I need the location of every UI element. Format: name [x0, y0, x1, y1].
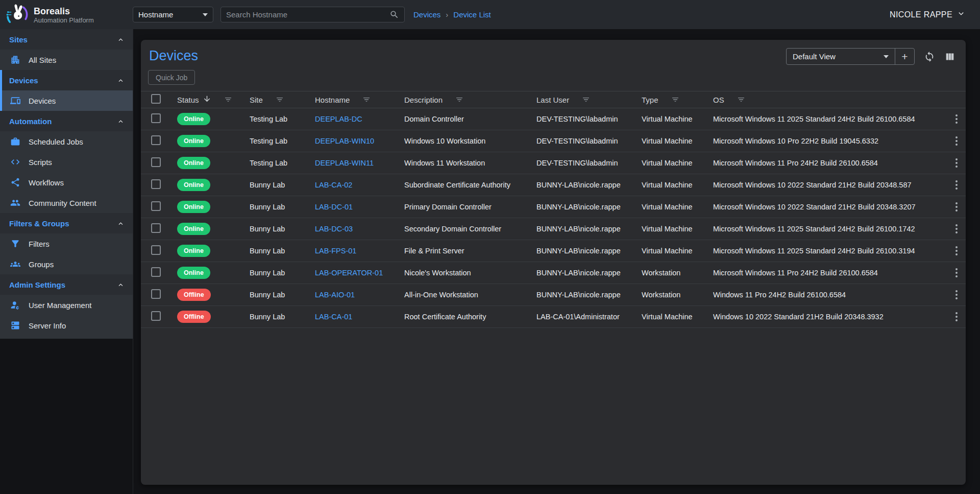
site-cell: Bunny Lab [250, 269, 315, 277]
breadcrumb-device-list[interactable]: Device List [453, 10, 491, 19]
columns-icon[interactable] [944, 51, 955, 62]
table-row-lab-operator-01[interactable]: OnlineBunny LabLAB-OPERATOR-01Nicole's W… [141, 262, 966, 284]
sort-desc-icon[interactable] [203, 95, 211, 105]
description-cell: File & Print Server [404, 247, 536, 255]
table-row-lab-fps-01[interactable]: OnlineBunny LabLAB-FPS-01File & Print Se… [141, 240, 966, 262]
table-row-deeplab-win10[interactable]: OnlineTesting LabDEEPLAB-WIN10Windows 10… [141, 130, 966, 152]
filter-icon[interactable] [671, 96, 679, 104]
hostname-link[interactable]: LAB-CA-01 [315, 313, 352, 321]
os-cell: Microsoft Windows 11 2025 Standard 24H2 … [713, 247, 947, 255]
sidebar-item-devices[interactable]: Devices [0, 90, 133, 111]
row-checkbox[interactable] [151, 135, 161, 145]
row-menu-kebab-icon[interactable] [952, 266, 961, 280]
filter-icon[interactable] [224, 96, 232, 104]
sidebar-item-scripts[interactable]: Scripts [0, 152, 133, 172]
hostname-link[interactable]: LAB-OPERATOR-01 [315, 269, 383, 277]
type-cell: Virtual Machine [642, 203, 713, 211]
table-row-lab-aio-01[interactable]: OfflineBunny LabLAB-AIO-01All-in-One Wor… [141, 284, 966, 306]
view-selector[interactable]: Default View [787, 52, 895, 61]
description-cell: Secondary Domain Controller [404, 225, 536, 233]
row-menu-kebab-icon[interactable] [952, 112, 961, 126]
column-header-os[interactable]: OS [713, 96, 947, 104]
quick-job-button[interactable]: Quick Job [148, 70, 195, 85]
user-menu[interactable]: NICOLE RAPPE [890, 0, 966, 29]
table-row-deeplab-win11[interactable]: OnlineTesting LabDEEPLAB-WIN11Windows 11… [141, 152, 966, 174]
sidebar-item-server-info[interactable]: Server Info [0, 315, 133, 336]
code-icon [10, 156, 21, 168]
row-menu-kebab-icon[interactable] [952, 310, 961, 324]
row-menu-kebab-icon[interactable] [952, 244, 961, 258]
breadcrumb-devices[interactable]: Devices [413, 10, 440, 19]
search-icon[interactable] [389, 10, 399, 19]
sidebar-item-scheduled-jobs[interactable]: Scheduled Jobs [0, 131, 133, 152]
hostname-link[interactable]: LAB-DC-03 [315, 225, 353, 233]
last-user-cell: BUNNY-LAB\nicole.rappe [536, 203, 642, 211]
row-checkbox[interactable] [151, 179, 161, 189]
people-icon [10, 197, 21, 208]
filter-icon[interactable] [362, 96, 371, 104]
sidebar-section-admin-settings[interactable]: Admin Settings [0, 274, 133, 295]
search-field-selector[interactable]: Hostname [133, 7, 213, 22]
table-row-lab-dc-01[interactable]: OnlineBunny LabLAB-DC-01Primary Domain C… [141, 196, 966, 218]
refresh-icon[interactable] [924, 51, 935, 62]
row-checkbox[interactable] [151, 157, 161, 167]
hostname-link[interactable]: DEEPLAB-WIN10 [315, 137, 374, 145]
hostname-link[interactable]: DEEPLAB-DC [315, 115, 362, 123]
sidebar-item-workflows[interactable]: Workflows [0, 172, 133, 193]
filter-icon[interactable] [455, 96, 463, 104]
table-row-deeplab-dc[interactable]: OnlineTesting LabDEEPLAB-DCDomain Contro… [141, 108, 966, 130]
sidebar-section-sites[interactable]: Sites [0, 29, 133, 50]
column-label: Hostname [315, 96, 350, 104]
row-menu-kebab-icon[interactable] [952, 200, 961, 214]
add-view-button[interactable]: + [895, 49, 914, 64]
column-header-description[interactable]: Description [404, 96, 536, 104]
hostname-link[interactable]: LAB-FPS-01 [315, 247, 356, 255]
hostname-link[interactable]: LAB-AIO-01 [315, 291, 355, 299]
user-gear-icon [10, 299, 21, 311]
sidebar-item-filters[interactable]: Filters [0, 233, 133, 254]
hostname-link[interactable]: LAB-DC-01 [315, 203, 353, 211]
filter-icon[interactable] [737, 96, 745, 104]
column-header-hostname[interactable]: Hostname [315, 96, 404, 104]
description-cell: Subordinate Certificate Authority [404, 181, 536, 189]
table-row-lab-ca-02[interactable]: OnlineBunny LabLAB-CA-02Subordinate Cert… [141, 174, 966, 196]
row-checkbox[interactable] [151, 113, 161, 123]
sidebar-item-all-sites[interactable]: All Sites [0, 50, 133, 70]
column-header-last-user[interactable]: Last User [536, 96, 642, 104]
row-checkbox[interactable] [151, 289, 161, 299]
row-menu-kebab-icon[interactable] [952, 178, 961, 192]
row-menu-kebab-icon[interactable] [952, 134, 961, 148]
sidebar-item-label: All Sites [29, 56, 56, 64]
site-cell: Bunny Lab [250, 291, 315, 299]
row-checkbox[interactable] [151, 267, 161, 277]
last-user-cell: DEV-TESTING\labadmin [536, 159, 642, 167]
row-checkbox[interactable] [151, 201, 161, 211]
briefcase-icon [10, 136, 21, 147]
chevron-down-icon [957, 9, 966, 20]
hostname-link[interactable]: DEEPLAB-WIN11 [315, 159, 374, 167]
sidebar-item-groups[interactable]: Groups [0, 254, 133, 274]
row-checkbox[interactable] [151, 311, 161, 321]
sidebar-section-automation[interactable]: Automation [0, 111, 133, 131]
table-row-lab-ca-01[interactable]: OfflineBunny LabLAB-CA-01Root Certificat… [141, 306, 966, 328]
column-header-status[interactable]: Status [177, 95, 250, 105]
row-checkbox[interactable] [151, 223, 161, 233]
sidebar-section-filters-groups[interactable]: Filters & Groups [0, 213, 133, 233]
sidebar-section-devices[interactable]: Devices [0, 70, 133, 90]
row-checkbox[interactable] [151, 245, 161, 255]
column-header-site[interactable]: Site [250, 96, 315, 104]
row-menu-kebab-icon[interactable] [952, 288, 961, 302]
sidebar-item-community-content[interactable]: Community Content [0, 193, 133, 213]
last-user-cell: BUNNY-LAB\nicole.rappe [536, 181, 642, 189]
table-row-lab-dc-03[interactable]: OnlineBunny LabLAB-DC-03Secondary Domain… [141, 218, 966, 240]
search-field-selector-value: Hostname [138, 10, 173, 19]
filter-icon[interactable] [276, 96, 284, 104]
select-all-checkbox[interactable] [151, 94, 161, 104]
hostname-link[interactable]: LAB-CA-02 [315, 181, 352, 189]
filter-icon[interactable] [582, 96, 590, 104]
search-input[interactable] [226, 10, 389, 19]
column-header-type[interactable]: Type [642, 96, 713, 104]
row-menu-kebab-icon[interactable] [952, 156, 961, 170]
row-menu-kebab-icon[interactable] [952, 222, 961, 236]
sidebar-item-user-management[interactable]: User Management [0, 295, 133, 315]
